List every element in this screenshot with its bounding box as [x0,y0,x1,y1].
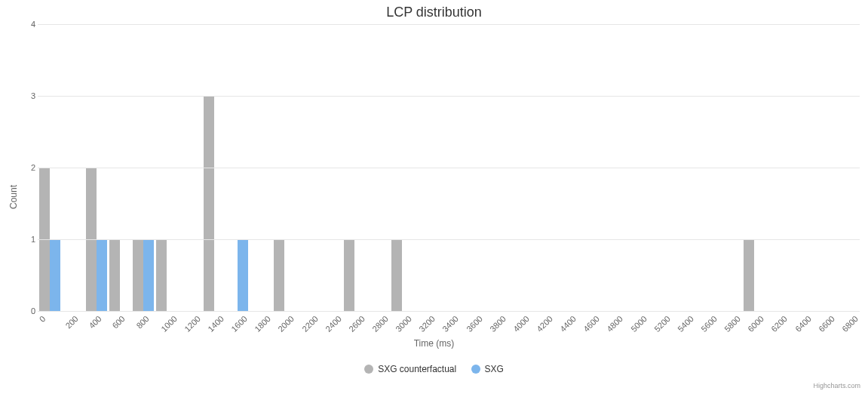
y-axis-label: Count [8,185,19,209]
bar[interactable] [143,239,154,311]
legend-label: SXG [485,364,504,374]
bar[interactable] [344,239,354,311]
credits-link[interactable]: Highcharts.com [813,382,860,389]
x-tick: 3600 [465,314,484,334]
x-tick: 2400 [324,314,343,334]
plot-area: 01234 [38,24,860,312]
legend: SXG counterfactual SXG [0,364,868,376]
x-tick: 400 [87,314,103,330]
x-tick: 5600 [699,314,719,334]
x-tick: 5400 [676,314,695,334]
x-tick: 1800 [253,314,272,334]
x-tick: 1200 [182,314,202,334]
chart-container: LCP distribution Count 01234 02004006008… [0,0,868,394]
y-tick: 4 [26,20,35,29]
legend-label: SXG counterfactual [378,364,456,374]
legend-item-sxg[interactable]: SXG [471,364,504,374]
bar[interactable] [391,239,402,311]
bar[interactable] [109,239,120,311]
x-tick: 4600 [581,314,601,334]
bar[interactable] [274,239,284,311]
x-axis-label: Time (ms) [0,338,868,349]
x-tick: 3200 [417,314,437,334]
x-tick: 0 [38,314,48,324]
bar[interactable] [238,239,248,311]
legend-item-sxg-counterfactual[interactable]: SXG counterfactual [364,364,456,374]
x-tick: 4400 [558,314,578,334]
x-tick: 4000 [511,314,531,334]
y-tick: 1 [26,235,35,244]
x-tick: 3000 [394,314,413,334]
x-tick: 4800 [606,314,625,334]
x-tick: 1000 [159,314,179,334]
y-tick: 2 [26,163,35,172]
x-tick: 5000 [629,314,649,334]
x-tick: 800 [134,314,150,330]
x-tick: 4200 [535,314,554,334]
bar[interactable] [744,239,754,311]
legend-swatch-icon [471,365,480,374]
bar[interactable] [204,96,214,311]
x-tick: 2200 [300,314,320,334]
bar[interactable] [133,239,143,311]
x-tick: 3800 [488,314,508,334]
x-tick: 6400 [793,314,813,334]
x-tick: 5800 [722,314,742,334]
bar[interactable] [97,239,107,311]
x-tick: 6200 [770,314,790,334]
x-tick: 3400 [441,314,461,334]
bar[interactable] [50,239,60,311]
x-tick: 1600 [229,314,249,334]
x-tick: 1400 [206,314,225,334]
x-tick: 600 [111,314,127,330]
x-ticks: 0200400600800100012001400160018002000220… [38,314,860,337]
y-tick: 3 [26,91,35,100]
legend-swatch-icon [364,365,373,374]
x-tick: 200 [64,314,80,330]
x-tick: 6800 [840,314,860,334]
x-tick: 2600 [347,314,367,334]
x-tick: 6000 [746,314,765,334]
x-tick: 2800 [370,314,390,334]
x-tick: 2000 [277,314,296,334]
bar[interactable] [156,239,167,311]
chart-title: LCP distribution [0,5,868,20]
x-tick: 5200 [652,314,672,334]
y-tick: 0 [26,306,35,316]
x-tick: 6600 [817,314,836,334]
